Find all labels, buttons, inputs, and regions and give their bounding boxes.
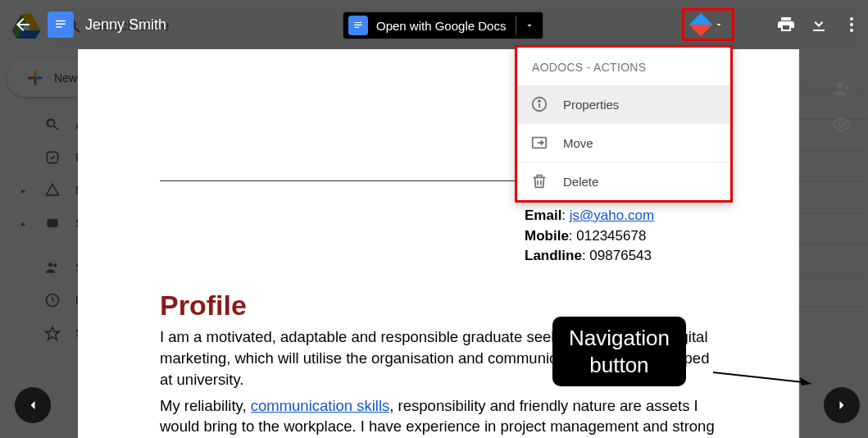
svg-point-12: [850, 29, 853, 32]
viewer-right-actions: [770, 0, 868, 49]
svg-marker-20: [800, 377, 811, 386]
docs-icon: [348, 16, 368, 35]
aodocs-toolbar-button[interactable]: [682, 8, 734, 41]
more-button[interactable]: [835, 8, 868, 41]
caret-down-icon: [525, 21, 534, 30]
menu-item-delete[interactable]: Delete: [517, 162, 730, 200]
print-icon: [776, 15, 796, 34]
print-button[interactable]: [770, 8, 802, 41]
prev-button[interactable]: [15, 387, 51, 423]
aodocs-logo-icon: [689, 13, 712, 36]
back-button[interactable]: [7, 8, 39, 41]
profile-para-2: My reliability, communication skills, re…: [160, 395, 717, 438]
tooltip-navigation-button: Navigation button: [552, 317, 686, 386]
info-icon: [530, 95, 548, 113]
svg-point-14: [839, 122, 844, 127]
doc-title: Jenny Smith: [85, 16, 166, 34]
download-icon: [809, 15, 829, 34]
svg-line-19: [713, 372, 803, 382]
svg-point-10: [850, 17, 853, 21]
trash-icon: [530, 172, 548, 190]
more-vert-icon: [842, 15, 861, 34]
comm-skills-link[interactable]: communication skills: [251, 397, 390, 414]
contact-block: Email: js@yaho.com Mobile: 012345678 Lan…: [525, 206, 717, 267]
email-link[interactable]: js@yaho.com: [570, 208, 654, 223]
eye-icon: [832, 115, 852, 135]
open-with-button[interactable]: Open with Google Docs: [343, 11, 543, 39]
move-icon: [530, 134, 548, 152]
person-add-icon: [832, 79, 852, 98]
menu-item-properties[interactable]: Properties: [517, 85, 730, 123]
aodocs-actions-menu: AODOCS - ACTIONS Properties Move Delete: [515, 45, 733, 203]
next-button[interactable]: [824, 387, 860, 423]
chevron-right-icon: [834, 397, 850, 413]
arrow-back-icon: [13, 15, 33, 34]
svg-point-11: [850, 23, 853, 26]
menu-header: AODOCS - ACTIONS: [517, 48, 730, 85]
docs-icon: [48, 11, 74, 38]
caret-down-icon: [714, 20, 724, 30]
annotation-arrow: [713, 369, 811, 386]
svg-point-17: [539, 100, 540, 102]
chevron-left-icon: [25, 397, 41, 413]
add-people-button[interactable]: [825, 72, 858, 105]
download-button[interactable]: [802, 8, 835, 41]
open-with-dropdown[interactable]: [516, 21, 543, 30]
svg-point-13: [837, 82, 843, 89]
preview-button[interactable]: [825, 108, 858, 141]
menu-item-move[interactable]: Move: [517, 123, 730, 162]
